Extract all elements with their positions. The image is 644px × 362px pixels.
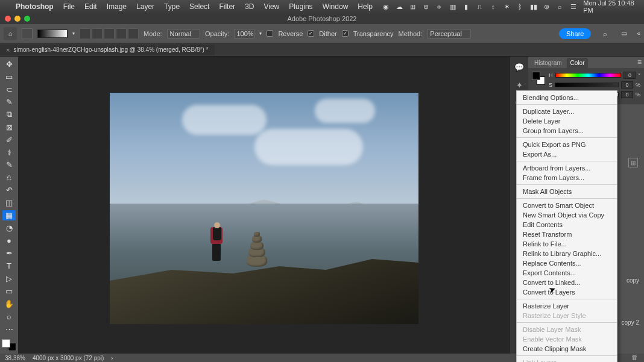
- sat-slider[interactable]: [555, 83, 619, 87]
- ctx-item[interactable]: New Smart Object via Copy: [517, 210, 617, 220]
- ctx-item[interactable]: Edit Contents: [517, 220, 617, 229]
- libraries-panel-icon[interactable]: ✦: [514, 80, 525, 90]
- maximize-window-icon[interactable]: [24, 16, 30, 22]
- menu-layer[interactable]: Layer: [136, 2, 154, 11]
- blend-mode-select[interactable]: Normal: [167, 29, 200, 39]
- sat-value[interactable]: 0: [621, 81, 633, 89]
- hue-slider[interactable]: [555, 73, 622, 78]
- edit-toolbar[interactable]: ⋯: [2, 324, 16, 334]
- ctx-item[interactable]: Convert to Smart Object: [517, 201, 617, 210]
- status-arrow-icon[interactable]: ›: [111, 355, 113, 361]
- menu-3d[interactable]: 3D: [245, 2, 254, 11]
- reverse-checkbox[interactable]: [267, 30, 273, 37]
- collapse-panels-icon[interactable]: «: [637, 30, 640, 37]
- opacity-dropdown-icon[interactable]: ▾: [259, 31, 262, 36]
- ctx-item[interactable]: Export As...: [517, 149, 617, 159]
- menu-view[interactable]: View: [264, 2, 279, 11]
- eyedropper-tool[interactable]: ✐: [2, 135, 16, 145]
- minimize-window-icon[interactable]: [14, 16, 21, 22]
- status-icon[interactable]: ▮: [462, 2, 470, 11]
- control-center-icon[interactable]: ☰: [570, 2, 577, 11]
- search-icon[interactable]: ⌕: [599, 28, 610, 39]
- status-icon[interactable]: ⎍: [476, 2, 484, 11]
- ctx-item[interactable]: Mask All Objects: [517, 187, 617, 196]
- ctx-item[interactable]: Quick Export as PNG: [517, 140, 617, 149]
- tab-color[interactable]: Color: [567, 58, 589, 68]
- ctx-item[interactable]: Duplicate Layer...: [517, 107, 617, 116]
- status-icon[interactable]: ☁: [396, 2, 403, 11]
- angle-gradient-button[interactable]: [104, 28, 115, 39]
- status-icon[interactable]: ⊕: [423, 2, 430, 11]
- path-select-tool[interactable]: ▷: [2, 273, 16, 284]
- ctx-item[interactable]: Relink to File...: [517, 239, 617, 249]
- ctx-item[interactable]: Group from Layers...: [517, 126, 617, 136]
- status-icon[interactable]: ✶: [503, 2, 510, 11]
- ctx-item[interactable]: Frame from Layers...: [517, 173, 617, 183]
- pen-tool[interactable]: ✒: [2, 248, 16, 258]
- dodge-tool[interactable]: ●: [2, 236, 16, 246]
- healing-brush-tool[interactable]: ⚕: [2, 148, 16, 158]
- document-canvas[interactable]: [110, 93, 418, 324]
- menu-filter[interactable]: Filter: [219, 2, 235, 11]
- battery-icon[interactable]: ▮▮: [529, 2, 537, 11]
- status-icon[interactable]: ◉: [382, 2, 390, 11]
- ctx-item[interactable]: Convert to Layers: [517, 287, 617, 297]
- ctx-item[interactable]: Create Clipping Mask: [517, 344, 617, 354]
- ctx-item[interactable]: Export Contents...: [517, 268, 617, 278]
- clone-stamp-tool[interactable]: ⎌: [2, 172, 16, 183]
- reflected-gradient-button[interactable]: [116, 28, 127, 39]
- wifi-icon[interactable]: ⊚: [543, 2, 551, 11]
- gradient-tool[interactable]: ▦: [2, 210, 16, 220]
- history-brush-tool[interactable]: ↶: [2, 185, 16, 195]
- tab-close-icon[interactable]: ×: [6, 46, 10, 54]
- opacity-input[interactable]: 100%: [234, 29, 254, 39]
- ctx-item[interactable]: Reset Transform: [517, 229, 617, 239]
- ctx-item[interactable]: Replace Contents...: [517, 258, 617, 268]
- layers-panel-trash-icon[interactable]: 🗑: [631, 354, 638, 361]
- hand-tool[interactable]: ✋: [2, 299, 16, 309]
- quick-select-tool[interactable]: ✎: [2, 97, 16, 107]
- move-tool[interactable]: ✥: [2, 59, 16, 69]
- eraser-tool[interactable]: ◫: [2, 198, 16, 208]
- color-swatches[interactable]: [2, 339, 16, 351]
- linear-gradient-button[interactable]: [80, 28, 90, 39]
- tool-preset-picker[interactable]: [22, 28, 33, 39]
- ctx-item[interactable]: Rasterize Layer: [517, 301, 617, 311]
- menu-type[interactable]: Type: [164, 2, 180, 11]
- hue-value[interactable]: 0: [623, 72, 636, 79]
- ctx-item[interactable]: Delete Layer: [517, 116, 617, 126]
- brush-tool[interactable]: ✎: [2, 160, 16, 170]
- close-window-icon[interactable]: [5, 16, 11, 22]
- status-icon[interactable]: ⎆: [436, 2, 443, 11]
- share-button[interactable]: Share: [559, 28, 591, 39]
- panel-menu-icon[interactable]: ≡: [637, 58, 642, 68]
- bri-value[interactable]: 0: [621, 91, 633, 98]
- ctx-item[interactable]: Relink to Library Graphic...: [517, 249, 617, 258]
- menu-select[interactable]: Select: [189, 2, 209, 11]
- bluetooth-icon[interactable]: ᛒ: [516, 2, 523, 11]
- type-tool[interactable]: T: [2, 261, 16, 271]
- zoom-tool[interactable]: ⌕: [2, 311, 16, 322]
- dither-checkbox[interactable]: ✓: [308, 30, 314, 37]
- clock[interactable]: Mon Jul 25 10:48 PM: [583, 0, 638, 14]
- menu-plugins[interactable]: Plugins: [289, 2, 312, 11]
- tab-histogram[interactable]: Histogram: [531, 58, 566, 68]
- frame-tool[interactable]: ⊠: [2, 122, 16, 133]
- document-info[interactable]: 4000 px x 3000 px (72 ppi): [33, 355, 104, 361]
- foreground-color-swatch[interactable]: [2, 339, 10, 348]
- radial-gradient-button[interactable]: [92, 28, 103, 39]
- transparency-checkbox[interactable]: ✓: [342, 30, 349, 37]
- lasso-tool[interactable]: ⊂: [2, 84, 16, 95]
- ctx-item[interactable]: Convert to Linked...: [517, 278, 617, 287]
- workspace-switcher-icon[interactable]: ▭: [619, 28, 630, 39]
- ctx-item[interactable]: Artboard from Layers...: [517, 163, 617, 173]
- home-button[interactable]: ⌂: [4, 27, 17, 40]
- crop-tool[interactable]: ⧉: [2, 110, 16, 120]
- ctx-item[interactable]: Blending Options...: [517, 93, 617, 102]
- search-icon[interactable]: ⌕: [557, 2, 564, 11]
- comments-panel-icon[interactable]: 💬: [514, 61, 525, 72]
- blur-tool[interactable]: ◔: [2, 223, 16, 233]
- method-select[interactable]: Perceptual: [427, 29, 471, 39]
- panel-color-swatches[interactable]: [532, 72, 545, 85]
- menu-window[interactable]: Window: [323, 2, 349, 11]
